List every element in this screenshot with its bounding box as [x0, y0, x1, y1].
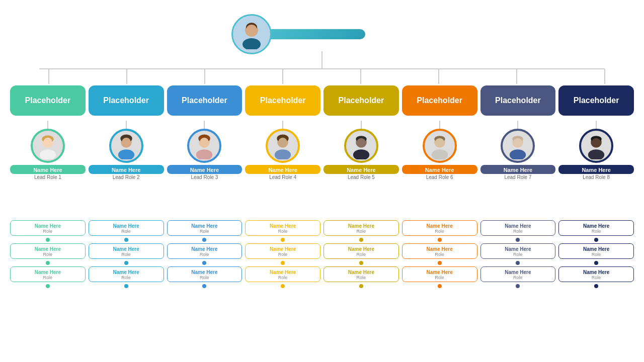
level2-container: Name HereLead Role 1Name HereLead Role 2… — [10, 129, 634, 180]
sub-name-2-2: Name Here — [170, 269, 240, 275]
sub-col-2: Name HereRoleName HereRoleName HereRole — [167, 220, 243, 290]
sub-name-4-1: Name Here — [326, 246, 396, 252]
sub-card-0-2: Name HereRole — [10, 266, 86, 282]
dot-6-1 — [516, 261, 520, 265]
svg-point-3 — [246, 25, 257, 36]
person-col-0: Name HereLead Role 1 — [10, 129, 86, 180]
sub-card-7-1: Name HereRole — [558, 243, 634, 259]
person-col-1: Name HereLead Role 2 — [89, 129, 164, 180]
dot-0-2 — [46, 284, 50, 288]
sub-role-5-0: Role — [405, 229, 475, 234]
dot-5-2 — [438, 284, 442, 288]
sub-role-7-0: Role — [561, 229, 631, 234]
avatar-2 — [187, 129, 221, 163]
dot-0-1 — [46, 261, 50, 265]
svg-point-38 — [510, 149, 526, 159]
sub-card-4-0: Name HereRole — [324, 220, 399, 236]
lead-role-1: Lead Role 2 — [113, 174, 140, 180]
name-badge-7: Name Here — [558, 165, 634, 174]
sub-card-0-1: Name HereRole — [10, 243, 86, 259]
sub-card-1-0: Name HereRole — [89, 220, 164, 236]
sub-role-6-2: Role — [483, 275, 553, 280]
dot-5-1 — [438, 261, 442, 265]
sub-role-1-0: Role — [91, 229, 162, 234]
dot-5-0 — [438, 238, 442, 242]
placeholder-box-2: Placeholder — [167, 85, 243, 116]
lead-role-7: Lead Role 8 — [583, 174, 610, 180]
name-badge-1: Name Here — [89, 165, 164, 174]
sub-card-2-1: Name HereRole — [167, 243, 243, 259]
sub-role-6-1: Role — [483, 252, 553, 257]
dot-6-2 — [516, 284, 520, 288]
dot-4-1 — [359, 261, 363, 265]
sub-card-3-1: Name HereRole — [245, 243, 320, 259]
avatar-0 — [31, 129, 65, 163]
sub-card-2-0: Name HereRole — [167, 220, 243, 236]
sub-name-6-1: Name Here — [483, 246, 553, 252]
sub-col-0: Name HereRoleName HereRoleName HereRole — [10, 220, 86, 290]
person-col-7: Name HereLead Role 8 — [558, 129, 634, 180]
placeholder-box-1: Placeholder — [89, 85, 164, 116]
svg-point-22 — [196, 149, 212, 159]
sub-name-7-2: Name Here — [561, 269, 631, 275]
name-badge-2: Name Here — [167, 165, 243, 174]
dot-1-2 — [124, 284, 128, 288]
svg-point-1 — [243, 38, 261, 49]
svg-point-18 — [118, 149, 134, 159]
sub-role-4-2: Role — [326, 275, 396, 280]
sub-card-4-1: Name HereRole — [324, 243, 399, 259]
sub-card-6-0: Name HereRole — [480, 220, 556, 236]
dot-3-0 — [281, 238, 285, 242]
avatar-6 — [501, 129, 535, 163]
dot-3-1 — [281, 261, 285, 265]
name-badge-0: Name Here — [10, 165, 86, 174]
lead-role-2: Lead Role 3 — [191, 174, 218, 180]
placeholder-box-3: Placeholder — [245, 85, 320, 116]
lead-role-5: Lead Role 6 — [426, 174, 453, 180]
sub-col-1: Name HereRoleName HereRoleName HereRole — [89, 220, 164, 290]
sub-name-3-1: Name Here — [248, 246, 318, 252]
sub-card-0-0: Name HereRole — [10, 220, 86, 236]
person-col-5: Name HereLead Role 6 — [402, 129, 477, 180]
person-col-6: Name HereLead Role 7 — [480, 129, 556, 180]
ceo-box — [265, 29, 365, 39]
ceo-avatar — [231, 14, 272, 54]
lead-role-0: Lead Role 1 — [34, 174, 61, 180]
sub-name-2-1: Name Here — [170, 246, 240, 252]
sub-role-0-2: Role — [13, 275, 83, 280]
sub-name-1-1: Name Here — [91, 246, 162, 252]
level1-row: PlaceholderPlaceholderPlaceholderPlaceho… — [10, 85, 634, 116]
dot-4-2 — [359, 284, 363, 288]
sub-role-4-1: Role — [326, 252, 396, 257]
sub-name-2-0: Name Here — [170, 223, 240, 229]
top-connector-svg — [0, 51, 644, 89]
dot-2-1 — [202, 261, 206, 265]
sub-col-5: Name HereRoleName HereRoleName HereRole — [402, 220, 477, 290]
svg-point-17 — [43, 138, 52, 147]
sub-role-6-0: Role — [483, 229, 553, 234]
sub-name-6-0: Name Here — [483, 223, 553, 229]
lead-role-6: Lead Role 7 — [504, 174, 531, 180]
sub-role-1-1: Role — [91, 252, 162, 257]
sub-name-4-2: Name Here — [326, 269, 396, 275]
dot-1-1 — [124, 261, 128, 265]
dot-7-2 — [594, 284, 598, 288]
dot-7-0 — [594, 238, 598, 242]
dot-2-2 — [202, 284, 206, 288]
sub-col-7: Name HereRoleName HereRoleName HereRole — [558, 220, 634, 290]
dot-2-0 — [202, 238, 206, 242]
person-col-4: Name HereLead Role 5 — [324, 129, 399, 180]
sub-role-4-0: Role — [326, 229, 396, 234]
sub-card-5-0: Name HereRole — [402, 220, 477, 236]
name-badge-5: Name Here — [402, 165, 477, 174]
sub-name-4-0: Name Here — [326, 223, 396, 229]
placeholder-box-6: Placeholder — [480, 85, 556, 116]
sub-role-2-0: Role — [170, 229, 240, 234]
name-badge-3: Name Here — [245, 165, 320, 174]
sub-role-5-1: Role — [405, 252, 475, 257]
sub-card-2-2: Name HereRole — [167, 266, 243, 282]
sub-name-3-0: Name Here — [248, 223, 318, 229]
sub-name-1-2: Name Here — [91, 269, 162, 275]
svg-point-14 — [40, 149, 56, 159]
avatar-5 — [423, 129, 457, 163]
